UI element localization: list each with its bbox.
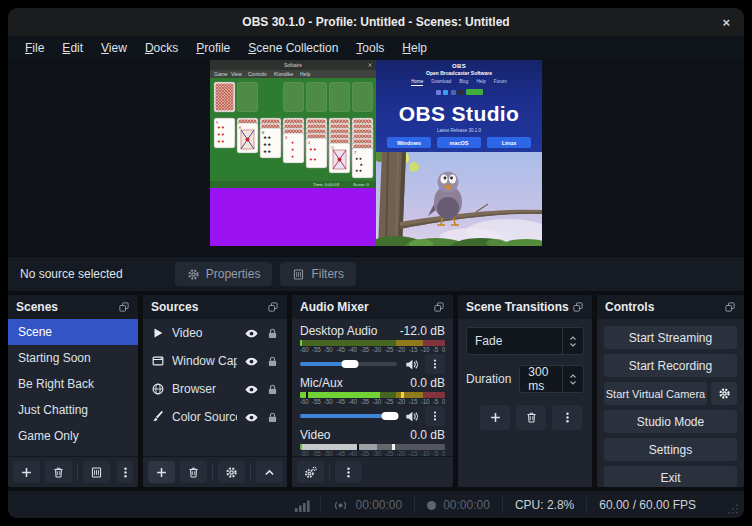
transitions-buttons (466, 405, 584, 430)
speaker-icon[interactable] (404, 357, 419, 372)
menu-item-scene-collection[interactable]: Scene Collection (239, 39, 347, 57)
transition-select[interactable]: Fade (466, 327, 584, 355)
mixer-title: Audio Mixer (300, 300, 433, 314)
popout-icon[interactable] (267, 301, 279, 313)
menu-item-docks[interactable]: Docks (136, 39, 187, 57)
titlebar[interactable]: OBS 30.1.0 - Profile: Untitled - Scenes:… (8, 8, 744, 36)
site-nav-blog: Blog (459, 79, 468, 86)
add-transition-button[interactable] (480, 405, 510, 430)
lock-icon[interactable] (266, 355, 279, 368)
source-properties-button[interactable] (218, 461, 245, 483)
eye-visibility-icon[interactable] (244, 354, 259, 369)
duration-spinbox[interactable]: 300 ms (519, 365, 584, 393)
scenes-menu-button[interactable] (117, 461, 133, 483)
popout-icon[interactable] (572, 301, 584, 313)
transition-menu-button[interactable] (552, 405, 582, 430)
source-list: VideoWindow CapturBrowserColor Source (143, 319, 287, 456)
filters-button[interactable]: Filters (280, 262, 356, 286)
lock-icon[interactable] (266, 411, 279, 424)
menu-item-view[interactable]: View (92, 39, 136, 57)
lock-icon[interactable] (266, 383, 279, 396)
resize-grip[interactable] (727, 503, 739, 515)
scenes-header[interactable]: Scenes (8, 295, 138, 319)
exit-button[interactable]: Exit (604, 466, 737, 487)
mixer-header[interactable]: Audio Mixer (292, 295, 453, 319)
source-item-window-captur[interactable]: Window Captur (143, 347, 287, 375)
mixer-channel-video: Video0.0 dB-60-55-50-45-40-35-30-25-20-1… (300, 428, 445, 456)
mixer-menu-button[interactable] (335, 461, 362, 483)
menu-item-edit[interactable]: Edit (53, 39, 92, 57)
advanced-audio-button[interactable] (297, 461, 324, 483)
scene-item-be-right-back[interactable]: Be Right Back (8, 371, 138, 397)
close-button[interactable]: × (722, 16, 730, 29)
menu-item-help[interactable]: Help (393, 39, 436, 57)
screen: OBS 30.1.0 - Profile: Untitled - Scenes:… (0, 0, 752, 526)
scene-item-game-only[interactable]: Game Only (8, 423, 138, 449)
eye-visibility-icon[interactable] (244, 326, 259, 341)
popout-icon[interactable] (433, 301, 445, 313)
meter-scale: -60-55-50-45-40-35-30-25-20-15-10-50 (300, 450, 445, 456)
channel-db-value: 0.0 dB (410, 376, 445, 391)
transitions-body: Fade Duration 300 ms (458, 319, 592, 487)
add-source-button[interactable] (148, 461, 175, 483)
fps-indicator: 60.00 / 60.00 FPS (587, 498, 708, 512)
plus-icon (155, 466, 168, 479)
menu-item-profile[interactable]: Profile (187, 39, 239, 57)
duration-value: 300 ms (520, 365, 562, 393)
remove-transition-button[interactable] (516, 405, 546, 430)
browser-source-obs-website: OBS Open Broadcaster Software HomeDownlo… (376, 60, 542, 152)
studio-mode-button[interactable]: Studio Mode (604, 410, 737, 433)
menu-item-tools[interactable]: Tools (347, 39, 393, 57)
scene-item-just-chatting[interactable]: Just Chatting (8, 397, 138, 423)
site-download-buttons: WindowsmacOSLinux (376, 137, 542, 148)
filter-icon (90, 466, 103, 479)
eye-visibility-icon[interactable] (244, 410, 259, 425)
start-recording-button[interactable]: Start Recording (604, 354, 737, 377)
properties-button[interactable]: Properties (175, 262, 273, 286)
kebab-menu-icon (561, 411, 574, 424)
transitions-header[interactable]: Scene Transitions (458, 295, 592, 319)
sources-header[interactable]: Sources (143, 295, 287, 319)
svg-text:♥ ♥: ♥ ♥ (310, 157, 317, 162)
preview-canvas[interactable]: Solitaire Game View Controls Klondike He… (210, 60, 542, 246)
select-arrows[interactable] (562, 328, 583, 354)
channel-menu-button[interactable] (425, 406, 445, 426)
popout-icon[interactable] (118, 301, 130, 313)
solitaire-menu-game: Game (214, 71, 228, 77)
source-label: Window Captur (172, 354, 237, 368)
remove-scene-button[interactable] (45, 461, 72, 483)
scene-item-starting-soon[interactable]: Starting Soon (8, 345, 138, 371)
window-icon (151, 354, 165, 368)
start-virtual-camera-button[interactable]: Start Virtual Camera (604, 382, 707, 405)
eye-visibility-icon[interactable] (244, 382, 259, 397)
speaker-icon[interactable] (404, 409, 419, 424)
spin-arrows[interactable] (562, 366, 583, 392)
slider-handle[interactable] (342, 360, 359, 368)
slider-handle[interactable] (382, 412, 399, 420)
channel-menu-button[interactable] (425, 354, 445, 374)
solitaire-title: Solitaire (284, 62, 302, 68)
scene-filters-button[interactable] (83, 461, 110, 483)
source-item-color-source[interactable]: Color Source (143, 403, 287, 431)
source-item-video[interactable]: Video (143, 319, 287, 347)
settings-button[interactable]: Settings (604, 438, 737, 461)
solitaire-status-time: Time: 0:00:03 (313, 182, 340, 187)
remove-source-button[interactable] (180, 461, 207, 483)
popout-icon[interactable] (724, 301, 736, 313)
stream-time: 00:00:00 (355, 498, 402, 512)
no-source-selected-label: No source selected (20, 267, 123, 281)
volume-slider[interactable] (300, 414, 397, 418)
status-bar: 00:00:00 00:00:00 CPU: 2.8% 60.00 / 60.0… (8, 491, 744, 518)
controls-header[interactable]: Controls (597, 295, 744, 319)
lock-icon[interactable] (266, 327, 279, 340)
start-streaming-button[interactable]: Start Streaming (604, 326, 737, 349)
move-source-up-button[interactable] (256, 461, 283, 483)
scene-item-scene[interactable]: Scene (8, 319, 138, 345)
volume-slider[interactable] (300, 362, 397, 366)
virtual-camera-config-button[interactable] (711, 382, 737, 405)
site-hero-title: OBS Studio (376, 102, 542, 126)
preview-area[interactable]: Solitaire Game View Controls Klondike He… (8, 59, 744, 256)
menu-item-file[interactable]: File (16, 39, 53, 57)
add-scene-button[interactable] (13, 461, 40, 483)
source-item-browser[interactable]: Browser (143, 375, 287, 403)
